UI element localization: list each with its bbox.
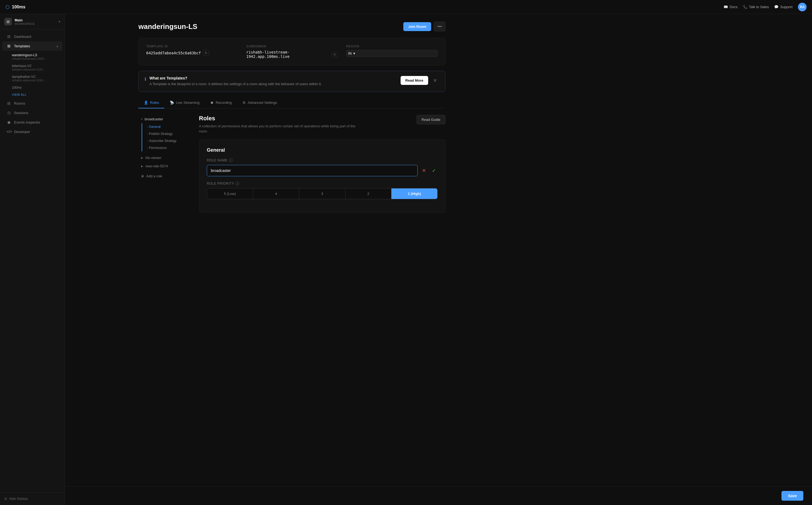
workspace-icon: ⊞ (4, 18, 12, 25)
priority-3-button[interactable]: 3 (299, 188, 346, 199)
priority-4-button[interactable]: 4 (253, 188, 299, 199)
new-role-group: ▶ new-role-5574 (139, 162, 192, 170)
page-header: wanderingsun-LS Join Room ••• (139, 22, 445, 31)
role-name-input-group: ✕ ✓ (207, 165, 438, 176)
tab-advanced-settings[interactable]: ⚙ Advanced Settings (237, 97, 282, 109)
new-role-chevron-icon: ▶ (141, 165, 143, 168)
new-role-label: new-role-5574 (146, 164, 168, 168)
broadcaster-role-header[interactable]: ▾ broadcaster (139, 115, 192, 123)
template-item-100ms[interactable]: 100ms (0, 84, 64, 92)
hide-sidebar-button[interactable]: ⊟ Hide Sidebar (2, 495, 62, 503)
main-content: wanderingsun-LS Join Room ••• TEMPLATE I… (130, 0, 812, 505)
template-id-label: TEMPLATE ID (146, 45, 238, 48)
save-button[interactable]: Save (782, 491, 803, 501)
page-title: wanderingsun-LS (139, 22, 197, 31)
role-sub-subscribe[interactable]: - Subscribe Strategy (144, 137, 192, 144)
tab-live-streaming[interactable]: 📡 Live Streaming (164, 97, 205, 109)
talk-to-sales-button[interactable]: 📞 Talk to Sales (743, 5, 769, 9)
broadcaster-sub-items: - General - Publish Strategy - Subscribe… (142, 123, 192, 151)
banner-title: What are Templates? (150, 76, 322, 80)
topbar: ⬡ 100ms 📖 Docs 📞 Talk to Sales 💬 Support… (0, 0, 812, 14)
info-banner: ℹ What are Templates? A Template is the … (139, 71, 445, 92)
subdomain-value: rishabh-livestream-1942.app.100ms.live (246, 50, 330, 59)
role-name-label: Role Name i (207, 158, 438, 162)
region-chevron-icon: ▾ (353, 51, 355, 55)
add-role-button[interactable]: ⊕ Add a role (139, 171, 192, 181)
role-name-info-icon[interactable]: i (229, 158, 233, 162)
read-more-button[interactable]: Read More (401, 76, 428, 85)
template-id-copy-button[interactable]: ⧉ (203, 50, 209, 56)
roles-main-header: Roles A collection of permissions that a… (199, 115, 445, 134)
region-value: IN (348, 51, 352, 55)
sessions-icon: ◷ (6, 111, 11, 115)
template-id-value: 6425add7abea4c55c6a63bcf (146, 51, 201, 55)
close-banner-button[interactable]: ✕ (431, 76, 439, 85)
topbar-right: 📖 Docs 📞 Talk to Sales 💬 Support RA (724, 3, 807, 11)
templates-chevron-icon: ▴ (56, 44, 58, 48)
role-sub-permissions[interactable]: - Permissions (144, 144, 192, 151)
developer-icon: </> (6, 130, 11, 134)
sidebar-item-developer[interactable]: </> Developer (2, 127, 62, 136)
hls-viewer-role-label: hls-viewer (146, 156, 161, 160)
new-role-header[interactable]: ▶ new-role-5574 (139, 162, 192, 170)
topbar-left: ⬡ 100ms (5, 4, 25, 10)
priority-1-button[interactable]: 1 (High) (391, 188, 437, 199)
region-selector[interactable]: IN ▾ (346, 50, 438, 57)
template-item-bitterhaze[interactable]: bitterhaze-VC rishabh-videoconf-1157... (0, 62, 64, 73)
roles-sidebar: ▾ broadcaster - General - Publish Strate… (139, 115, 192, 229)
role-sub-publish[interactable]: - Publish Strategy (144, 130, 192, 137)
subdomain-label: SUBDOMAIN (246, 45, 338, 48)
logo-icon: ⬡ (5, 4, 10, 10)
add-role-icon: ⊕ (141, 174, 144, 178)
role-name-cancel-button[interactable]: ✕ (420, 167, 428, 175)
join-room-button[interactable]: Join Room (403, 22, 431, 31)
info-circle-icon: ℹ (145, 76, 146, 81)
support-button[interactable]: 💬 Support (774, 5, 793, 9)
workspace-sub: WORKSPACE (15, 22, 35, 25)
priority-button-group: 5 (Low) 4 3 2 1 (High) (207, 188, 438, 199)
sidebar-nav: ⊟ Dashboard ⊞ Templates ▴ wanderingsun-L… (0, 29, 64, 492)
docs-button[interactable]: 📖 Docs (724, 5, 738, 9)
user-avatar[interactable]: RA (798, 3, 807, 11)
template-id-field: TEMPLATE ID 6425add7abea4c55c6a63bcf ⧉ (146, 45, 238, 59)
tab-recording[interactable]: ⏺ Recording (205, 97, 237, 109)
template-item-wanderingsun[interactable]: wanderingsun-LS rishabh-livestream-1942.… (0, 51, 64, 62)
read-guide-button[interactable]: Read Guide (417, 115, 445, 124)
more-options-button[interactable]: ••• (434, 22, 445, 31)
sidebar-item-templates[interactable]: ⊞ Templates ▴ (2, 41, 62, 50)
dashboard-icon: ⊟ (6, 34, 11, 39)
region-label: REGION (346, 45, 438, 48)
sidebar-item-events[interactable]: ◉ Events Inspector (2, 118, 62, 127)
hls-viewer-role-header[interactable]: ▶ hls-viewer (139, 154, 192, 162)
role-name-confirm-button[interactable]: ✓ (430, 167, 438, 175)
events-icon: ◉ (6, 120, 11, 124)
broadcaster-role-group: ▾ broadcaster - General - Publish Strate… (139, 115, 192, 151)
priority-5-button[interactable]: 5 (Low) (207, 188, 253, 199)
sidebar-item-sessions[interactable]: ◷ Sessions (2, 108, 62, 117)
roles-main-title: Roles (199, 115, 361, 122)
sidebar-item-rooms[interactable]: ⊟ Rooms (2, 99, 62, 108)
role-priority-group: Role Priority i 5 (Low) 4 3 2 1 (High) (207, 182, 438, 199)
template-children-list: wanderingsun-LS rishabh-livestream-1942.… (0, 51, 64, 92)
sidebar-item-dashboard[interactable]: ⊟ Dashboard (2, 32, 62, 41)
role-name-input[interactable] (207, 165, 418, 176)
sidebar-bottom: ⊟ Hide Sidebar (0, 492, 64, 505)
sidebar: ⊞ Main WORKSPACE ▾ ⊟ Dashboard ⊞ Templat… (0, 0, 65, 505)
role-priority-info-icon[interactable]: i (235, 182, 239, 185)
tab-roles[interactable]: 👤 Roles (139, 97, 164, 109)
hls-viewer-chevron-icon: ▶ (141, 156, 143, 159)
hls-viewer-role-group: ▶ hls-viewer (139, 154, 192, 162)
roles-tab-icon: 👤 (144, 101, 148, 105)
content-layout: ▾ broadcaster - General - Publish Strate… (139, 115, 445, 229)
recording-tab-icon: ⏺ (210, 101, 214, 105)
general-card: General Role Name i ✕ ✓ (199, 140, 445, 212)
general-card-title: General (207, 147, 438, 153)
template-item-dampfeather[interactable]: dampfeather-VC rishabh-videoconf-1034... (0, 73, 64, 84)
logo-text: 100ms (12, 5, 25, 9)
subdomain-copy-button[interactable]: ⧉ (332, 52, 338, 57)
priority-2-button[interactable]: 2 (346, 188, 392, 199)
role-sub-general[interactable]: - General (144, 123, 192, 130)
view-all-link[interactable]: VIEW ALL (0, 92, 64, 99)
workspace-selector[interactable]: ⊞ Main WORKSPACE ▾ (0, 14, 64, 29)
hide-sidebar-icon: ⊟ (4, 497, 7, 501)
